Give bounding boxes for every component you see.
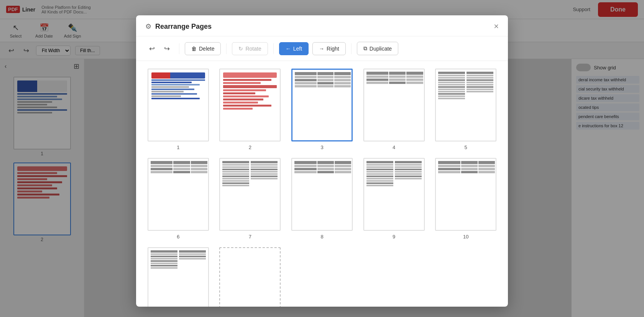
page-item-6[interactable]: 6 bbox=[145, 158, 211, 240]
modal-title: Rearrange Pages bbox=[155, 23, 212, 31]
right-arrow-icon: → bbox=[319, 46, 324, 52]
redo-button[interactable]: ↪ bbox=[160, 42, 174, 55]
page-thumb-10 bbox=[435, 158, 496, 231]
page-num-4: 4 bbox=[393, 145, 395, 150]
page-item-2[interactable]: 2 bbox=[217, 69, 283, 150]
undo-button[interactable]: ↩ bbox=[145, 42, 159, 55]
page-item-4[interactable]: 4 bbox=[361, 69, 427, 150]
page-num-8: 8 bbox=[320, 234, 323, 240]
page-item-5[interactable]: 5 bbox=[433, 69, 499, 150]
page-thumb-7 bbox=[219, 158, 281, 231]
rotate-button[interactable]: ↻ Rotate bbox=[232, 42, 268, 55]
duplicate-label: Duplicate bbox=[370, 46, 392, 52]
duplicate-icon: ⧉ bbox=[363, 45, 367, 52]
page-num-9: 9 bbox=[393, 234, 395, 240]
page-item-10[interactable]: 10 bbox=[433, 158, 499, 240]
page-num-5: 5 bbox=[465, 145, 467, 150]
modal-settings-icon: ⚙ bbox=[145, 22, 151, 31]
modal-body: 1 bbox=[136, 61, 508, 307]
page-thumb-2 bbox=[219, 69, 281, 141]
separator-2 bbox=[226, 43, 227, 54]
separator-4 bbox=[351, 43, 352, 54]
page-num-3: 3 bbox=[320, 145, 323, 150]
page-thumb-1 bbox=[148, 69, 209, 141]
rearrange-modal: ⚙ Rearrange Pages × ↩ ↪ 🗑 Delete ↻ Rotat… bbox=[136, 15, 508, 307]
modal-title-row: ⚙ Rearrange Pages bbox=[145, 22, 212, 31]
modal-close-button[interactable]: × bbox=[494, 22, 499, 31]
page-item-3[interactable]: 3 bbox=[289, 69, 355, 150]
page-item-8[interactable]: 8 bbox=[289, 158, 355, 240]
page-num-2: 2 bbox=[249, 145, 251, 150]
page-num-6: 6 bbox=[177, 234, 179, 240]
page-thumb-9 bbox=[363, 158, 425, 231]
pages-grid: 1 bbox=[145, 69, 499, 307]
page-num-1: 1 bbox=[177, 145, 179, 150]
delete-button[interactable]: 🗑 Delete bbox=[185, 42, 221, 55]
page-thumb-11 bbox=[148, 247, 209, 307]
left-arrow-icon: ← bbox=[286, 46, 291, 52]
page-item-1[interactable]: 1 bbox=[145, 69, 211, 150]
page-thumb-5 bbox=[435, 69, 496, 141]
page-thumb-12 bbox=[219, 247, 281, 307]
modal-overlay: ⚙ Rearrange Pages × ↩ ↪ 🗑 Delete ↻ Rotat… bbox=[0, 0, 644, 317]
left-label: Left bbox=[293, 46, 302, 52]
page-thumb-8 bbox=[291, 158, 353, 231]
left-button[interactable]: ← Left bbox=[279, 42, 309, 55]
page-thumb-4 bbox=[363, 69, 425, 141]
page-num-10: 10 bbox=[463, 234, 468, 240]
page-item-12[interactable] bbox=[217, 247, 283, 307]
page-thumb-6 bbox=[148, 158, 209, 231]
delete-label: Delete bbox=[199, 46, 214, 52]
modal-toolbar: ↩ ↪ 🗑 Delete ↻ Rotate ← Left → Right bbox=[136, 36, 508, 61]
page-num-7: 7 bbox=[249, 234, 251, 240]
page-item-7[interactable]: 7 bbox=[217, 158, 283, 240]
page-item-11[interactable]: 11 bbox=[145, 247, 211, 307]
page-thumb-3 bbox=[291, 69, 353, 141]
duplicate-button[interactable]: ⧉ Duplicate bbox=[357, 42, 398, 55]
separator-1 bbox=[179, 43, 179, 54]
right-label: Right bbox=[327, 46, 339, 52]
trash-icon: 🗑 bbox=[191, 46, 197, 52]
rotate-label: Rotate bbox=[245, 46, 261, 52]
page-item-9[interactable]: 9 bbox=[361, 158, 427, 240]
rotate-icon: ↻ bbox=[238, 46, 243, 52]
modal-header: ⚙ Rearrange Pages × bbox=[136, 15, 508, 36]
right-button[interactable]: → Right bbox=[312, 42, 346, 55]
separator-3 bbox=[273, 43, 274, 54]
undo-redo-group: ↩ ↪ bbox=[145, 42, 174, 55]
